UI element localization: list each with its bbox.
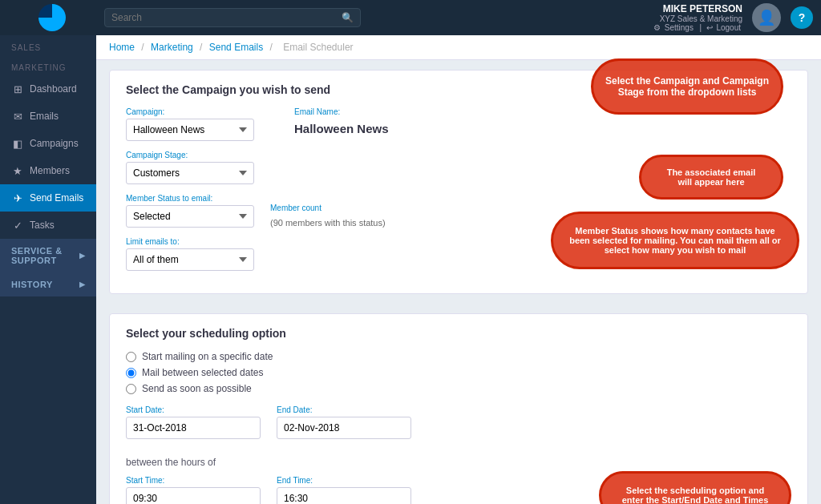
main-layout: SALES MARKETING ⊞ Dashboard ✉ Emails ◧ C… (0, 35, 821, 504)
member-status-row: Member Status to email: Selected Member … (126, 194, 791, 228)
option-between-dates-label: Mail between selected dates (142, 367, 263, 378)
header-right: MIKE PETERSON XYZ Sales & Marketing ⚙ Se… (653, 3, 813, 32)
campaigns-icon: ◧ (11, 137, 24, 150)
between-text: between the hours of (126, 457, 791, 468)
breadcrumb-sep1: / (141, 42, 144, 53)
limit-group: Limit emails to: All of them (126, 237, 254, 271)
sidebar: SALES MARKETING ⊞ Dashboard ✉ Emails ◧ C… (0, 35, 96, 504)
campaign-panel-title: Select the Campaign you wish to send (126, 83, 791, 96)
service-support-section: SERVICE & SUPPORT ▶ (0, 239, 96, 272)
member-count-group: Member count (90 members with this statu… (270, 194, 398, 228)
end-date-input[interactable] (277, 417, 411, 439)
logout-icon: ↩ (706, 23, 713, 32)
email-name-group: Email Name: Halloween News (294, 107, 423, 141)
member-count-value: (90 members with this status) (270, 218, 398, 228)
settings-link[interactable]: Settings (665, 23, 694, 32)
option-specific-date-label: Start mailing on a specific date (142, 351, 273, 362)
option-asap-label: Send as soon as possible (142, 383, 252, 394)
sidebar-label-members: Members (30, 165, 70, 176)
history-label: HISTORY (11, 280, 53, 289)
start-date-label: Start Date: (126, 405, 261, 414)
history-section[interactable]: HISTORY ▶ (0, 272, 96, 296)
start-date-input[interactable] (126, 417, 261, 439)
start-time-input[interactable] (126, 487, 261, 504)
service-label: SERVICE & SUPPORT (11, 246, 74, 265)
members-icon: ★ (11, 164, 24, 177)
search-bar[interactable]: 🔍 (104, 8, 361, 27)
breadcrumb-sep3: / (269, 42, 272, 53)
campaign-group: Campaign: Halloween News (126, 107, 254, 141)
user-avatar: 👤 (752, 3, 781, 32)
time-row: Start Time: End Time: (126, 476, 791, 504)
sidebar-item-tasks[interactable]: ✓ Tasks (0, 212, 96, 239)
search-icon: 🔍 (342, 12, 354, 23)
sidebar-item-emails[interactable]: ✉ Emails (0, 103, 96, 130)
end-time-group: End Time: (277, 476, 411, 504)
date-time-row: Start Date: End Date: (126, 405, 791, 439)
history-collapse-icon: ▶ (79, 280, 86, 288)
content-area: Home / Marketing / Send Emails / Email S… (96, 35, 821, 504)
user-name: MIKE PETERSON (653, 3, 742, 14)
campaign-label: Campaign: (126, 107, 254, 116)
campaign-stage-label: Campaign Stage: (126, 151, 254, 159)
campaign-select[interactable]: Halloween News (126, 119, 254, 141)
end-time-input[interactable] (277, 487, 411, 504)
member-status-group: Member Status to email: Selected (126, 194, 254, 228)
emails-icon: ✉ (11, 110, 24, 123)
campaign-panel: Select the Campaign you wish to send Sel… (109, 70, 808, 294)
scheduling-panel: Select your scheduling option Select the… (109, 313, 808, 504)
sidebar-item-dashboard[interactable]: ⊞ Dashboard (0, 75, 96, 103)
top-header: 🔍 MIKE PETERSON XYZ Sales & Marketing ⚙ … (0, 0, 821, 35)
breadcrumb-current: Email Scheduler (283, 42, 353, 53)
sidebar-label-campaigns: Campaigns (30, 138, 79, 149)
start-time-group: Start Time: (126, 476, 261, 504)
scheduling-options: Start mailing on a specific date Mail be… (126, 351, 791, 394)
app-logo (38, 4, 66, 31)
end-date-group: End Date: (277, 405, 411, 439)
limit-label: Limit emails to: (126, 237, 254, 246)
option-between-dates[interactable]: Mail between selected dates (126, 367, 791, 378)
campaign-stage-row: Campaign Stage: Customers (126, 151, 791, 184)
breadcrumb: Home / Marketing / Send Emails / Email S… (96, 35, 821, 60)
sidebar-item-members[interactable]: ★ Members (0, 157, 96, 184)
sales-section-label: SALES (0, 35, 96, 55)
collapse-icon: ▶ (79, 252, 86, 260)
radio-specific-date[interactable] (126, 352, 136, 362)
settings-icon: ⚙ (653, 23, 661, 32)
email-name-value: Halloween News (294, 119, 423, 139)
member-status-label: Member Status to email: (126, 194, 254, 203)
campaign-stage-select[interactable]: Customers (126, 162, 254, 184)
scheduling-panel-title: Select your scheduling option (126, 327, 791, 340)
logout-link[interactable]: Logout (716, 23, 741, 32)
breadcrumb-marketing[interactable]: Marketing (151, 42, 193, 53)
marketing-section-label: MARKETING (0, 55, 96, 75)
breadcrumb-home[interactable]: Home (109, 42, 135, 53)
start-date-group: Start Date: (126, 405, 261, 439)
help-button[interactable]: ? (791, 6, 813, 29)
tasks-icon: ✓ (11, 219, 24, 232)
email-name-label: Email Name: (294, 107, 423, 116)
option-specific-date[interactable]: Start mailing on a specific date (126, 351, 791, 362)
radio-asap[interactable] (126, 384, 136, 394)
breadcrumb-send-emails[interactable]: Send Emails (209, 42, 263, 53)
option-asap[interactable]: Send as soon as possible (126, 383, 791, 394)
start-time-label: Start Time: (126, 476, 261, 485)
member-status-select[interactable]: Selected (126, 205, 254, 228)
sidebar-label-send-emails: Send Emails (30, 192, 83, 204)
member-count-label: Member count (270, 204, 398, 212)
limit-row: Limit emails to: All of them (126, 237, 791, 271)
breadcrumb-sep2: / (200, 42, 202, 53)
limit-select[interactable]: All of them (126, 248, 254, 271)
user-links: ⚙ Settings | ↩ Logout (653, 23, 742, 32)
sidebar-label-emails: Emails (30, 111, 59, 122)
sidebar-item-send-emails[interactable]: ✈ Send Emails (0, 184, 96, 212)
search-input[interactable] (111, 12, 342, 23)
end-time-label: End Time: (277, 476, 411, 485)
sidebar-item-campaigns[interactable]: ◧ Campaigns (0, 130, 96, 157)
sidebar-label-dashboard: Dashboard (30, 83, 77, 95)
sidebar-label-tasks: Tasks (30, 220, 55, 231)
user-info: MIKE PETERSON XYZ Sales & Marketing ⚙ Se… (653, 3, 742, 32)
campaign-row: Campaign: Halloween News Email Name: Hal… (126, 107, 791, 141)
radio-between-dates[interactable] (126, 368, 136, 378)
user-company: XYZ Sales & Marketing (653, 14, 742, 23)
